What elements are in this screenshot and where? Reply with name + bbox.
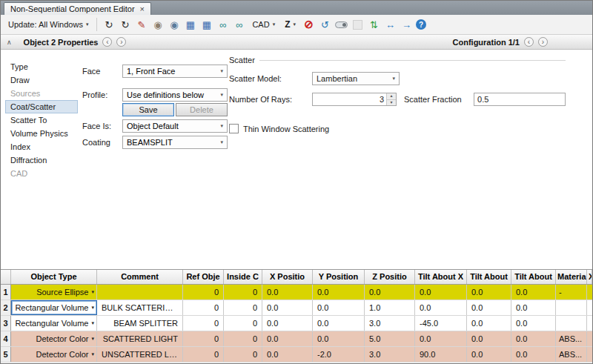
ref-object-cell[interactable]: 0 [183,316,224,331]
z-position-cell[interactable]: 5.0 [365,331,415,346]
refresh-icon[interactable]: ↻ [102,18,116,32]
thin-window-checkbox[interactable] [229,124,239,133]
object-type-cell[interactable]: Source Ellipse ▾ [11,285,97,300]
coating-select[interactable]: BEAMSPLIT ▾ [122,136,228,149]
col-material[interactable]: Materia [556,270,587,284]
object-type-cell[interactable]: Detector Color ▾ [11,331,97,346]
zemax-dropdown[interactable]: Z ▾ [281,18,299,31]
tilt-y-cell[interactable]: 0.0 [467,300,511,315]
col-tilt-about-z[interactable]: Tilt About [511,270,556,284]
prev-object-button[interactable]: ‹ [102,37,112,47]
category-scatter-to[interactable]: Scatter To [5,113,78,127]
inside-of-cell[interactable]: 0 [224,316,262,331]
toggle-icon[interactable] [334,18,348,32]
tilt-x-cell[interactable]: 0.0 [415,331,467,346]
col-comment[interactable]: Comment [97,270,183,284]
z-position-cell[interactable]: 0.0 [365,285,415,300]
spreadsheet-icon[interactable]: ▦ [183,18,197,32]
x1-cell[interactable] [587,331,592,346]
stop-icon[interactable]: ⊘ [302,18,316,32]
tilt-x-cell[interactable]: -45.0 [415,316,467,331]
next-object-button[interactable]: › [116,37,126,47]
ref-object-cell[interactable]: 0 [183,331,224,346]
col-tilt-about-y[interactable]: Tilt About [467,270,511,284]
x-position-cell[interactable]: 0.0 [262,331,313,346]
tilt-y-cell[interactable]: 0.0 [467,316,511,331]
y-position-cell[interactable]: 0.0 [313,300,365,315]
tilt-z-cell[interactable]: 0.0 [511,331,556,346]
update-dropdown[interactable]: Update: All Windows ▾ [4,19,92,30]
category-volume-physics[interactable]: Volume Physics [5,127,78,140]
face-select[interactable]: 1, Front Face ▾ [122,64,228,78]
col-inside-of[interactable]: Inside C [224,270,262,284]
layout-3d-icon[interactable]: ◉ [167,18,181,32]
placeholder-icon[interactable] [351,18,365,32]
undo-icon[interactable]: ↺ [318,18,332,32]
tilt-x-cell[interactable]: 90.0 [415,347,467,362]
tilt-y-cell[interactable]: 0.0 [467,347,511,362]
tab-nsc-editor[interactable]: Non-Sequential Component Editor × [4,2,151,15]
x1-cell[interactable] [587,347,592,362]
number-of-rays-stepper[interactable]: 3 ▴ ▾ [312,93,397,106]
x-position-cell[interactable]: 0.0 [262,347,313,362]
ray-trace-icon[interactable]: ∞ [216,18,230,32]
detector-grid-icon[interactable]: ▦ [199,18,213,32]
profile-select[interactable]: Use definitions below ▾ [122,88,228,102]
row-number[interactable]: 1 [1,285,11,300]
row-number[interactable]: 4 [1,331,11,346]
ref-object-cell[interactable]: 0 [183,300,224,315]
tilt-z-cell[interactable]: 0.0 [511,347,556,362]
save-button[interactable]: Save [122,103,174,116]
tilt-y-cell[interactable]: 0.0 [467,331,511,346]
scatter-fraction-input[interactable]: 0.5 [474,93,566,106]
inside-of-cell[interactable]: 0 [224,347,262,362]
comment-cell[interactable]: UNSCATTERED LIG... [97,347,183,362]
prev-configuration-button[interactable]: ‹ [524,37,534,47]
row-number[interactable]: 2 [1,300,11,315]
stepper-up-icon[interactable]: ▴ [387,93,396,100]
scatter-model-select[interactable]: Lambertian ▾ [312,72,400,85]
category-coat-scatter[interactable]: Coat/Scatter [5,100,78,113]
inside-of-cell[interactable]: 0 [224,300,262,315]
row-number[interactable]: 3 [1,316,11,331]
category-draw[interactable]: Draw [5,73,78,87]
col-object-type[interactable]: Object Type [11,270,97,284]
detector-viewer-icon[interactable]: ∞ [232,18,246,32]
refresh-all-icon[interactable]: ↻ [118,18,132,32]
col-z-position[interactable]: Z Positio [365,270,415,284]
y-position-cell[interactable]: 0.0 [313,316,365,331]
x-position-cell[interactable]: 0.0 [262,285,313,300]
col-y-position[interactable]: Y Position [313,270,365,284]
col-x-position[interactable]: X Positio [262,270,313,284]
next-configuration-button[interactable]: › [538,37,548,47]
x-position-cell[interactable]: 0.0 [262,316,313,331]
comment-cell[interactable]: BULK SCATTERING... [97,300,183,315]
x1-cell[interactable] [587,285,592,300]
tilt-x-cell[interactable]: 0.0 [415,300,467,315]
category-diffraction[interactable]: Diffraction [5,153,78,167]
category-index[interactable]: Index [5,140,78,153]
cad-dropdown[interactable]: CAD ▾ [248,19,279,30]
tilt-y-cell[interactable]: 0.0 [467,285,511,300]
edit-pencil-icon[interactable]: ✎ [134,18,148,32]
go-next-icon[interactable]: → [400,18,414,32]
swap-horizontal-icon[interactable]: ↔ [383,18,397,32]
comment-cell[interactable]: BEAM SPLITTER [97,316,183,331]
tilt-z-cell[interactable]: 0.0 [511,300,556,315]
tilt-z-cell[interactable]: 0.0 [511,316,556,331]
x1-cell[interactable] [587,316,592,331]
tilt-x-cell[interactable]: 0.0 [415,285,467,300]
y-position-cell[interactable]: 0.0 [313,331,365,346]
inside-of-cell[interactable]: 0 [224,285,262,300]
face-is-select[interactable]: Object Default ▾ [122,119,228,133]
material-cell[interactable] [556,316,587,331]
y-position-cell[interactable]: -2.0 [313,347,365,362]
object-type-cell[interactable]: Rectangular Volume ▾ [11,316,97,331]
row-number[interactable]: 5 [1,347,11,362]
material-cell[interactable] [556,300,587,315]
shaded-model-icon[interactable]: ◉ [150,18,165,32]
ref-object-cell[interactable]: 0 [183,285,224,300]
material-cell[interactable]: ABS... [556,347,587,362]
col-tilt-about-x[interactable]: Tilt About X [415,270,467,284]
help-icon[interactable]: ? [416,19,426,30]
